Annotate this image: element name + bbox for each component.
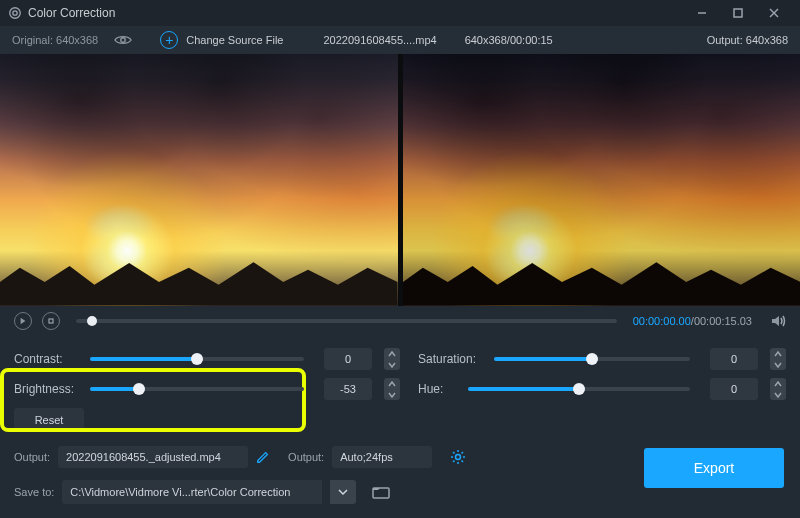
preview-area xyxy=(0,54,800,306)
volume-icon[interactable] xyxy=(770,313,786,329)
save-path-dropdown[interactable] xyxy=(330,480,356,504)
source-filename: 2022091608455....mp4 xyxy=(323,34,436,46)
svg-point-0 xyxy=(10,8,21,19)
chevron-up-icon[interactable] xyxy=(384,378,400,389)
preview-original xyxy=(0,54,398,306)
source-meta: 640x368/00:00:15 xyxy=(465,34,553,46)
brightness-stepper[interactable] xyxy=(384,378,400,400)
save-to-label: Save to: xyxy=(14,486,54,498)
plus-circle-icon: + xyxy=(160,31,178,49)
stop-button[interactable] xyxy=(42,312,60,330)
output-format: Auto;24fps xyxy=(332,446,432,468)
contrast-stepper[interactable] xyxy=(384,348,400,370)
chevron-up-icon[interactable] xyxy=(770,378,786,389)
brightness-slider[interactable] xyxy=(90,387,304,391)
timecode: 00:00:00.00/00:00:15.03 xyxy=(633,315,752,327)
contrast-slider[interactable] xyxy=(90,357,304,361)
output-file-label: Output: xyxy=(14,451,50,463)
hue-slider[interactable] xyxy=(468,387,690,391)
play-button[interactable] xyxy=(14,312,32,330)
original-dimensions-label: Original: 640x368 xyxy=(12,34,98,46)
output-format-label: Output: xyxy=(288,451,324,463)
saturation-slider[interactable] xyxy=(494,357,690,361)
open-folder-icon[interactable] xyxy=(370,481,392,503)
chevron-down-icon[interactable] xyxy=(770,359,786,370)
svg-point-6 xyxy=(121,38,126,43)
contrast-label: Contrast: xyxy=(14,352,80,366)
duration: 00:00:15.03 xyxy=(694,315,752,327)
close-button[interactable] xyxy=(756,0,792,26)
svg-rect-3 xyxy=(734,9,742,17)
saturation-stepper[interactable] xyxy=(770,348,786,370)
saturation-label: Saturation: xyxy=(418,352,484,366)
preview-adjusted xyxy=(402,54,801,306)
change-source-button[interactable]: + Change Source File xyxy=(160,31,283,49)
svg-rect-7 xyxy=(49,319,53,323)
maximize-button[interactable] xyxy=(720,0,756,26)
eye-icon[interactable] xyxy=(114,33,132,47)
chevron-up-icon[interactable] xyxy=(770,348,786,359)
hue-stepper[interactable] xyxy=(770,378,786,400)
brightness-value[interactable]: -53 xyxy=(324,378,372,400)
svg-point-8 xyxy=(456,455,461,460)
chevron-down-icon[interactable] xyxy=(384,359,400,370)
minimize-button[interactable] xyxy=(684,0,720,26)
svg-point-1 xyxy=(13,11,17,15)
pencil-icon[interactable] xyxy=(256,450,270,464)
brightness-label: Brightness: xyxy=(14,382,80,396)
seek-slider[interactable] xyxy=(76,319,617,323)
contrast-value[interactable]: 0 xyxy=(324,348,372,370)
app-icon xyxy=(8,6,22,20)
change-source-label: Change Source File xyxy=(186,34,283,46)
output-dimensions-label: Output: 640x368 xyxy=(707,34,788,46)
chevron-down-icon[interactable] xyxy=(384,389,400,400)
hue-label: Hue: xyxy=(418,382,458,396)
saturation-value[interactable]: 0 xyxy=(710,348,758,370)
gear-icon[interactable] xyxy=(450,449,466,465)
output-filename: 2022091608455._adjusted.mp4 xyxy=(58,446,248,468)
chevron-up-icon[interactable] xyxy=(384,348,400,359)
current-time: 00:00:00.00 xyxy=(633,315,691,327)
hue-value[interactable]: 0 xyxy=(710,378,758,400)
export-button[interactable]: Export xyxy=(644,448,784,488)
save-path: C:\Vidmore\Vidmore Vi...rter\Color Corre… xyxy=(62,480,322,504)
reset-button[interactable]: Reset xyxy=(14,408,84,432)
chevron-down-icon[interactable] xyxy=(770,389,786,400)
window-title: Color Correction xyxy=(28,6,115,20)
